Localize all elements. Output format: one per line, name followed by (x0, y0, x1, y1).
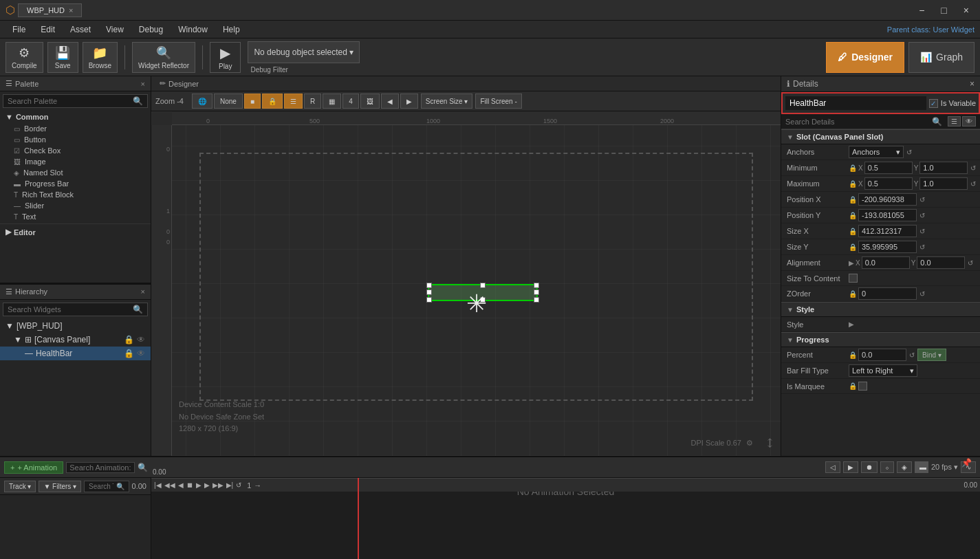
palette-item-progressbar[interactable]: ▬ Progress Bar (0, 178, 151, 189)
palette-section-common[interactable]: ▼ Common (0, 111, 151, 123)
widget-name-input[interactable] (785, 96, 926, 110)
playback-play-btn2[interactable]: ▶ (196, 481, 202, 489)
palette-item-text[interactable]: T Text (0, 211, 151, 222)
alignment-reset-btn[interactable]: ↺ (966, 259, 974, 267)
details-search-box[interactable]: 🔍 ☰ 👁 (781, 114, 980, 129)
handle-top-center[interactable] (480, 283, 486, 288)
hierarchy-search-input[interactable] (8, 305, 130, 314)
maximum-y-input[interactable] (919, 177, 968, 190)
zorder-reset-btn[interactable]: ↺ (918, 290, 926, 298)
playback-next-frame[interactable]: ▶ (204, 481, 210, 489)
size-x-reset-btn[interactable]: ↺ (918, 228, 926, 235)
track-button[interactable]: Track ▾ (4, 481, 36, 492)
size-x-input[interactable] (858, 225, 917, 237)
percent-reset-btn[interactable]: ↺ (908, 351, 916, 359)
position-x-input[interactable] (858, 193, 917, 206)
healthbar-eye-icon[interactable]: 👁 (137, 349, 145, 358)
anim-diamond-btn[interactable]: ◈ (897, 461, 912, 473)
style-section-header[interactable]: ▼ Style (781, 302, 980, 317)
animation-search-input[interactable] (66, 462, 135, 473)
anim-mode-btn[interactable]: ▬ (915, 461, 928, 473)
canvas-settings-icon[interactable]: ⚙ (746, 439, 753, 447)
maximize-button[interactable]: □ (935, 3, 952, 17)
minimize-button[interactable]: − (913, 3, 930, 17)
position-y-input[interactable] (858, 209, 917, 221)
canvas-none-btn[interactable]: None (214, 94, 243, 109)
palette-item-richtextblock[interactable]: T Rich Text Block (0, 189, 151, 200)
anim-fps-label[interactable]: 20 fps ▾ (931, 463, 958, 472)
palette-item-button[interactable]: ▭ Button (0, 134, 151, 145)
palette-section-editor[interactable]: ▶ Editor (0, 226, 151, 239)
canvas-square-btn[interactable]: ■ (244, 94, 261, 109)
tracks-search-input[interactable] (89, 483, 113, 490)
alignment-x-input[interactable] (862, 256, 910, 269)
zorder-input[interactable] (858, 287, 917, 300)
title-tab[interactable]: WBP_HUD × (18, 3, 82, 17)
canvas-four-btn[interactable]: 4 (342, 94, 359, 109)
menu-debug[interactable]: Debug (132, 23, 170, 36)
details-eye-btn[interactable]: 👁 (962, 116, 976, 127)
hierarchy-search-box[interactable]: 🔍 (3, 303, 148, 316)
tracks-search-box[interactable]: 🔍 (84, 481, 129, 492)
position-y-reset-btn[interactable]: ↺ (918, 212, 926, 219)
bar-fill-type-dropdown[interactable]: Left to Right ▾ (849, 364, 917, 377)
hierarchy-item-healthbar[interactable]: — HealthBar 🔒 👁 (0, 347, 151, 360)
graph-button[interactable]: 📊 Graph (908, 42, 974, 73)
menu-edit[interactable]: Edit (34, 23, 62, 36)
is-variable-checkbox[interactable] (929, 99, 938, 108)
menu-help[interactable]: Help (216, 23, 247, 36)
percent-input[interactable] (858, 349, 906, 361)
title-tab-close[interactable]: × (69, 6, 73, 14)
maximum-reset-btn[interactable]: ↺ (969, 180, 977, 188)
palette-item-namedslot[interactable]: ◈ Named Slot (0, 167, 151, 178)
hierarchy-item-canvas[interactable]: ▼ ⊞ [Canvas Panel] 🔒 👁 (0, 333, 151, 347)
canvas-img-btn[interactable]: 🖼 (360, 94, 380, 109)
canvas-next-btn[interactable]: ▶ (400, 94, 418, 109)
percent-bind-button[interactable]: Bind ▾ (917, 349, 946, 361)
menu-window[interactable]: Window (171, 23, 215, 36)
canvas-grid-btn[interactable]: ▦ (323, 94, 341, 109)
details-list-view-btn[interactable]: ☰ (948, 116, 961, 127)
debug-object-dropdown[interactable]: No debug object selected ▾ (248, 41, 360, 63)
is-marquee-checkbox[interactable] (858, 382, 867, 391)
browse-button[interactable]: 📁 Browse (83, 42, 118, 73)
size-y-input[interactable] (858, 241, 917, 253)
palette-item-image[interactable]: 🖼 Image (0, 156, 151, 167)
playback-next-key[interactable]: ▶▶ (213, 481, 224, 489)
playback-prev-frame[interactable]: ◀ (178, 481, 184, 489)
canvas-lock-btn[interactable]: 🔒 (262, 94, 283, 109)
handle-bottom-left[interactable] (426, 297, 432, 303)
anim-pin-icon[interactable]: 📌 (961, 458, 972, 468)
hierarchy-close-button[interactable]: × (141, 287, 145, 296)
menu-file[interactable]: File (6, 23, 32, 36)
hierarchy-item-wbp[interactable]: ▼ [WBP_HUD] (0, 319, 151, 333)
screen-size-button[interactable]: Screen Size ▾ (421, 94, 473, 109)
anim-record-btn[interactable]: ⏺ (861, 461, 878, 473)
playback-prev-key[interactable]: ◀◀ (164, 481, 175, 489)
position-x-reset-btn[interactable]: ↺ (918, 196, 926, 204)
palette-search-box[interactable]: 🔍 (3, 94, 148, 108)
palette-item-checkbox[interactable]: ☑ Check Box (0, 145, 151, 156)
playback-start-icon[interactable]: |◀ (154, 481, 162, 489)
menu-asset[interactable]: Asset (63, 23, 98, 36)
anim-keyframe-btn[interactable]: ⬦ (880, 461, 894, 473)
palette-close-button[interactable]: × (141, 80, 145, 88)
canvas-resize-corner-icon[interactable]: ⤡ (761, 434, 778, 452)
handle-bottom-right[interactable] (534, 297, 539, 303)
playback-stop-btn[interactable]: ⏹ (186, 481, 193, 489)
designer-button[interactable]: 🖊 Designer (826, 42, 904, 73)
slot-section-header[interactable]: ▼ Slot (Canvas Panel Slot) (781, 129, 980, 144)
handle-middle-left[interactable] (426, 289, 432, 295)
handle-top-left[interactable] (426, 283, 432, 288)
alignment-y-input[interactable] (917, 256, 965, 269)
size-to-content-checkbox[interactable] (849, 274, 858, 283)
widget-reflector-button[interactable]: 🔍 Widget Reflector (132, 42, 195, 73)
canvas-globe-btn[interactable]: 🌐 (192, 94, 213, 109)
maximum-x-input[interactable] (864, 177, 913, 190)
playback-end-icon[interactable]: ▶| (226, 481, 234, 489)
anim-step-back-btn[interactable]: ◁ (825, 461, 840, 473)
filters-button[interactable]: ▼ Filters ▾ (39, 481, 81, 492)
handle-middle-right[interactable] (534, 289, 539, 295)
playback-loop-icon[interactable]: ↺ (236, 481, 241, 489)
add-animation-button[interactable]: + + Animation (4, 461, 63, 474)
